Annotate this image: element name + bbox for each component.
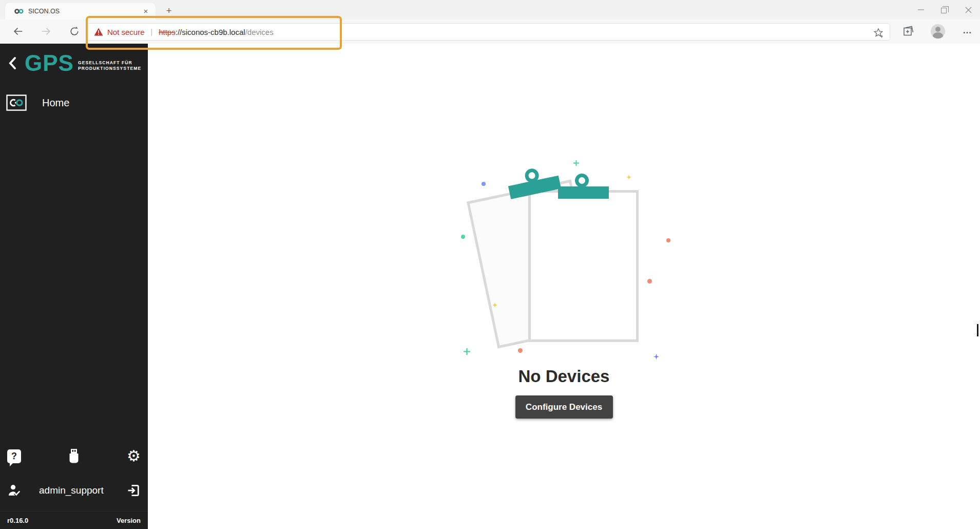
confetti-star-icon (492, 303, 497, 308)
restore-icon (941, 8, 947, 13)
collections-button[interactable] (901, 24, 915, 37)
avatar-icon (931, 24, 945, 39)
close-window-button[interactable] (956, 0, 980, 20)
confetti-star-icon (626, 175, 631, 180)
address-bar[interactable]: Not secure | https://siconos-cb9b.local/… (86, 23, 890, 41)
clipboard-front (528, 190, 639, 342)
help-icon[interactable]: ? (7, 449, 21, 463)
gps-logo: GPS (25, 52, 74, 74)
browser-tab[interactable]: SICON.OS × (5, 3, 156, 20)
confetti-dot-icon (666, 238, 670, 242)
sidebar-item-home[interactable]: Home (0, 91, 148, 115)
username-label: admin_support (39, 485, 126, 496)
main-content: No Devices Configure Devices (148, 44, 980, 529)
text-cursor-mark (977, 324, 978, 336)
sidebar-spacer (0, 115, 148, 448)
user-row: admin_support (0, 477, 148, 504)
url-host: ://siconos-cb9b.local (176, 28, 245, 36)
home-logo-icon (6, 95, 27, 111)
forward-button[interactable] (40, 25, 52, 37)
sidebar-item-label: Home (42, 97, 69, 109)
sicon-favicon-icon (14, 8, 24, 14)
clipboard-front-clip (558, 174, 609, 199)
sidebar-tools: ? ⚙ (0, 448, 148, 464)
confetti-dot-icon (461, 235, 465, 239)
confetti-dot-icon (647, 279, 652, 284)
confetti-plus-icon (573, 160, 579, 166)
restore-button[interactable] (933, 0, 956, 20)
back-button[interactable] (12, 25, 24, 37)
version-value: r0.16.0 (7, 517, 28, 524)
browser-titlebar: SICON.OS × + (0, 0, 980, 20)
tab-title: SICON.OS (28, 8, 141, 15)
settings-gear-icon[interactable]: ⚙ (127, 448, 141, 464)
usb-icon[interactable] (68, 448, 80, 464)
sidebar-header: GPS GESELLSCHAFT FÜR PRODUKTIONSSYSTEME (0, 44, 148, 82)
not-secure-label[interactable]: Not secure (107, 28, 145, 36)
sidebar-nav: Home (0, 91, 148, 115)
version-label: Version (117, 517, 141, 524)
empty-state-title: No Devices (518, 367, 610, 386)
browser-window: SICON.OS × + (0, 0, 980, 529)
url-text[interactable]: https://siconos-cb9b.local/devices (159, 28, 273, 36)
minimize-button[interactable] (909, 0, 933, 20)
window-controls (909, 0, 980, 20)
warning-triangle-icon (94, 28, 103, 36)
clip-ring-icon (575, 174, 589, 187)
configure-devices-button[interactable]: Configure Devices (515, 395, 613, 419)
logout-icon[interactable] (126, 483, 141, 498)
gps-tagline: GESELLSCHAFT FÜR PRODUKTIONSSYSTEME (78, 60, 141, 71)
gps-tagline-line2: PRODUKTIONSSYSTEME (78, 66, 141, 71)
clip-bar-icon (558, 186, 609, 199)
more-menu-button[interactable]: … (963, 25, 972, 36)
collapse-sidebar-button[interactable] (7, 55, 21, 71)
refresh-button[interactable] (68, 25, 81, 37)
profile-avatar[interactable] (931, 24, 945, 39)
version-bar: r0.16.0 Version (0, 511, 148, 529)
tab-close-icon[interactable]: × (141, 7, 150, 16)
empty-clipboards-illustration (456, 149, 672, 365)
confetti-dot-icon (518, 348, 523, 353)
browser-toolbar: Not secure | https://siconos-cb9b.local/… (0, 20, 980, 44)
confetti-dot-icon (482, 182, 486, 186)
url-scheme: https (159, 28, 176, 36)
url-path: /devices (245, 28, 274, 36)
sidebar: GPS GESELLSCHAFT FÜR PRODUKTIONSSYSTEME … (0, 44, 148, 529)
new-tab-button[interactable]: + (162, 4, 176, 17)
confetti-star-icon (654, 354, 659, 360)
favorite-star-icon[interactable] (872, 26, 885, 39)
address-separator: | (151, 28, 153, 36)
confetti-plus-icon (464, 348, 470, 355)
gps-tagline-line1: GESELLSCHAFT FÜR (78, 60, 132, 65)
user-check-icon (7, 484, 23, 497)
